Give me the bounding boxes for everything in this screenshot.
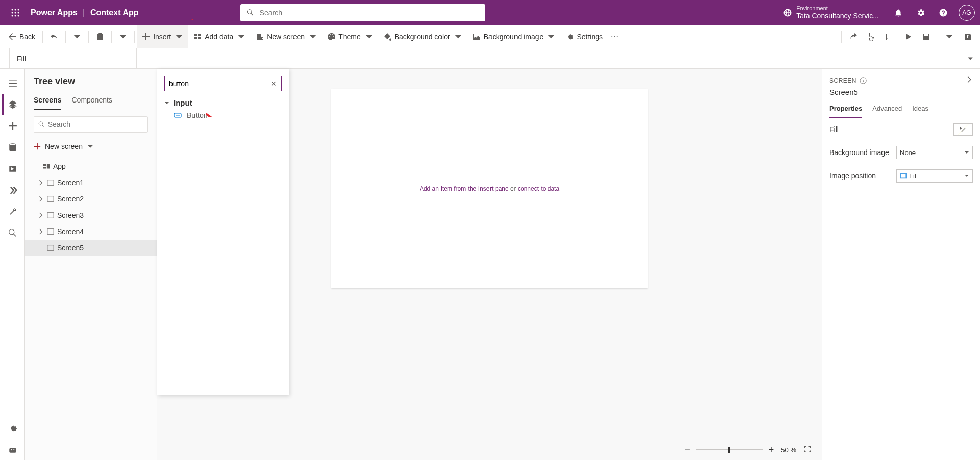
svg-point-3 — [12, 12, 13, 14]
tree-search[interactable] — [34, 116, 148, 133]
clipboard-icon — [96, 33, 104, 41]
panel-collapse[interactable] — [966, 76, 973, 85]
global-search[interactable] — [240, 4, 485, 21]
annotation-mark — [205, 109, 213, 117]
tree-new-screen[interactable]: New screen — [34, 139, 148, 154]
paste-more[interactable] — [114, 25, 132, 48]
tree-item-screen4[interactable]: Screen4 — [24, 223, 157, 240]
fit-icon — [900, 173, 907, 179]
clear-search-icon[interactable]: ✕ — [270, 80, 277, 88]
tab-advanced[interactable]: Advanced — [872, 101, 902, 118]
global-search-input[interactable] — [260, 9, 480, 17]
insert-button[interactable]: Insert — [137, 25, 188, 48]
preview-button[interactable] — [899, 33, 917, 41]
property-selector[interactable]: Fill — [9, 48, 137, 68]
rail-settings[interactable] — [2, 418, 22, 439]
left-rail — [0, 69, 24, 460]
insert-label: Insert — [153, 33, 171, 41]
help-icon[interactable] — [933, 3, 953, 23]
tree-item-screen5[interactable]: Screen5 — [24, 240, 157, 256]
fill-color-picker[interactable] — [953, 123, 973, 136]
user-avatar[interactable]: AG — [959, 5, 975, 21]
header-right: Environment Tata Consultancy Servic... A… — [783, 3, 975, 23]
tab-components[interactable]: Components — [71, 93, 112, 110]
rail-search[interactable] — [2, 223, 22, 243]
tree-item-app[interactable]: App — [24, 158, 157, 174]
bg-image-select[interactable]: None — [896, 146, 973, 159]
search-icon — [247, 9, 254, 17]
screen-icon — [47, 244, 54, 251]
rail-tree[interactable] — [2, 94, 22, 115]
chevron-down-icon — [164, 100, 169, 106]
back-arrow-icon — [8, 33, 16, 41]
bg-image-button[interactable]: Background image — [468, 25, 561, 48]
command-bar: Back Insert Add data New screen Theme Ba… — [0, 25, 980, 48]
add-data-label: Add data — [205, 33, 233, 41]
bg-color-button[interactable]: Background color — [378, 25, 468, 48]
tab-ideas[interactable]: Ideas — [912, 101, 928, 118]
notifications-icon[interactable] — [888, 3, 909, 23]
zoom-in-button[interactable]: + — [769, 445, 774, 455]
insert-search-input[interactable] — [169, 80, 270, 88]
image-position-select[interactable]: Fit — [896, 169, 973, 183]
new-screen-button[interactable]: New screen — [251, 25, 322, 48]
save-more[interactable] — [940, 33, 959, 41]
main-layout: Tree view Screens Components New screen … — [0, 69, 980, 460]
rail-tools[interactable] — [2, 201, 22, 222]
bg-image-value: None — [900, 149, 916, 157]
tree-item-screen1[interactable]: Screen1 — [24, 174, 157, 191]
formula-input[interactable] — [137, 48, 960, 68]
settings-gear-icon[interactable] — [911, 3, 931, 23]
hint-data-link[interactable]: connect to data — [518, 185, 559, 192]
rail-data[interactable] — [2, 137, 22, 158]
comments-button[interactable] — [880, 33, 899, 41]
insert-group-input[interactable]: Input — [164, 98, 282, 107]
environment-picker[interactable]: Environment Tata Consultancy Servic... — [783, 5, 879, 20]
tab-properties[interactable]: Properties — [829, 101, 862, 118]
rail-hamburger[interactable] — [2, 73, 22, 93]
rail-media[interactable] — [2, 159, 22, 179]
plus-icon — [8, 121, 17, 131]
chevron-right-icon — [38, 212, 44, 219]
undo-more[interactable] — [68, 25, 86, 48]
zoom-out-button[interactable]: − — [684, 445, 690, 455]
chevron-down-icon — [73, 33, 81, 41]
add-data-button[interactable]: Add data — [188, 25, 251, 48]
formula-expand[interactable] — [960, 48, 980, 68]
rail-flows[interactable] — [2, 180, 22, 200]
insert-item-label: Button — [187, 111, 207, 119]
waffle-icon[interactable] — [5, 3, 26, 23]
rail-insert[interactable] — [2, 116, 22, 136]
insert-item-button[interactable]: Button — [164, 107, 282, 123]
tree-new-screen-label: New screen — [45, 142, 83, 150]
publish-button[interactable] — [959, 33, 977, 41]
theme-button[interactable]: Theme — [322, 25, 378, 48]
fit-screen-button[interactable] — [803, 445, 812, 455]
svg-point-0 — [12, 9, 13, 11]
layers-icon — [8, 100, 17, 109]
screen-plus-icon — [256, 33, 264, 41]
screen-canvas[interactable]: Add an item from the Insert pane or conn… — [331, 89, 648, 288]
hint-insert-link[interactable]: Add an item from the Insert pane — [420, 185, 509, 192]
tree-view-panel: Tree view Screens Components New screen … — [24, 69, 157, 460]
tree-item-screen3[interactable]: Screen3 — [24, 207, 157, 223]
chevron-right-icon — [38, 179, 44, 186]
back-button[interactable]: Back — [3, 25, 40, 48]
tab-screens[interactable]: Screens — [34, 93, 61, 110]
undo-button[interactable] — [45, 25, 63, 48]
new-screen-label: New screen — [267, 33, 305, 41]
checker-button[interactable] — [862, 33, 880, 41]
rail-bot[interactable] — [2, 440, 22, 460]
share-button[interactable] — [844, 33, 862, 41]
save-button[interactable] — [917, 33, 936, 41]
share-icon — [849, 33, 857, 41]
media-icon — [8, 164, 17, 173]
more-button[interactable]: ⋯ — [608, 25, 621, 48]
tree-item-screen2[interactable]: Screen2 — [24, 191, 157, 207]
zoom-slider[interactable] — [696, 449, 763, 450]
info-icon[interactable] — [860, 77, 867, 84]
insert-search[interactable]: ✕ — [164, 76, 282, 91]
tree-search-input[interactable] — [48, 120, 143, 129]
settings-button[interactable]: Settings — [560, 25, 608, 48]
paste-button[interactable] — [91, 25, 109, 48]
